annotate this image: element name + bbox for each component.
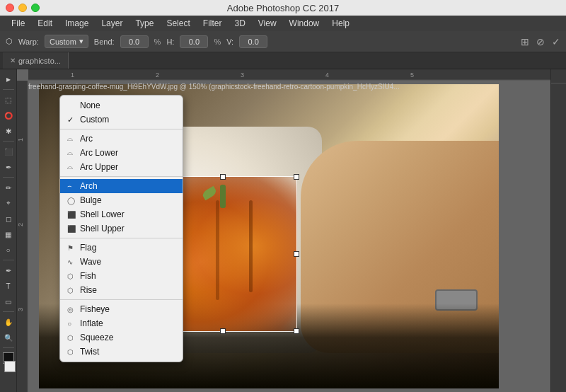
menu-help[interactable]: Help: [326, 17, 355, 30]
dropdown-item-arch[interactable]: ⌢ Arch: [60, 179, 183, 193]
tool-hand[interactable]: ✋: [1, 315, 16, 329]
titlebar: Adobe Photoshop CC 2017: [0, 0, 566, 16]
menu-filter[interactable]: Filter: [197, 17, 228, 30]
menu-window[interactable]: Window: [284, 17, 325, 30]
tool-shape[interactable]: ▭: [1, 294, 16, 309]
wave-icon: ∿: [67, 258, 73, 266]
h-input[interactable]: 0.0: [180, 35, 208, 48]
tabbar: ✕ graphicsto...: [0, 52, 566, 69]
dropdown-item-arc-lower[interactable]: ⌓ Arc Lower: [60, 146, 183, 160]
tool-eyedropper[interactable]: ✒: [1, 160, 16, 174]
dropdown-item-wave[interactable]: ∿ Wave: [60, 255, 183, 269]
toolbar-separator-5: [3, 311, 14, 312]
dropdown-item-bulge[interactable]: ◯ Bulge: [60, 193, 183, 207]
warp-value: Custom: [50, 38, 76, 46]
panel-collapse[interactable]: [551, 69, 566, 83]
tool-text[interactable]: T: [1, 279, 16, 293]
svg-text:2: 2: [156, 71, 159, 79]
tool-pen[interactable]: ✒: [1, 263, 16, 277]
dropdown-item-fisheye[interactable]: ◎ Fisheye: [60, 302, 183, 316]
tool-crop[interactable]: ⬛: [1, 144, 16, 158]
tool-brush[interactable]: ✏: [1, 180, 16, 195]
menu-select[interactable]: Select: [161, 17, 195, 30]
pumpkin-stem: [220, 185, 226, 208]
pumpkin-line-3: [249, 200, 253, 293]
dropdown-item-flag[interactable]: ⚑ Flag: [60, 241, 183, 255]
document-tab[interactable]: ✕ graphicsto...: [3, 52, 69, 69]
cancel-warp-icon[interactable]: ⊘: [536, 36, 545, 47]
handle-top-mid[interactable]: [220, 174, 226, 180]
dropdown-item-squeeze[interactable]: ⬡ Squeeze: [60, 330, 183, 345]
dropdown-arc-upper-label: Arc Upper: [80, 162, 118, 172]
dropdown-arch-label: Arch: [80, 181, 98, 191]
right-strip: [550, 69, 566, 392]
toolbar-separator-4: [3, 260, 14, 260]
menu-image[interactable]: Image: [59, 17, 94, 30]
checkmark-icon: ✓: [67, 115, 74, 125]
tool-clone[interactable]: ⌖: [1, 196, 16, 210]
dropdown-rise-label: Rise: [80, 285, 97, 295]
dropdown-item-shell-lower[interactable]: ⬛ Shell Lower: [60, 207, 183, 221]
v-input[interactable]: 0.0: [239, 35, 267, 48]
menu-layer[interactable]: Layer: [96, 17, 128, 30]
dropdown-fisheye-label: Fisheye: [80, 304, 110, 314]
dropdown-item-twist[interactable]: ⬡ Twist: [60, 345, 183, 359]
grid-icon[interactable]: ⊞: [521, 36, 529, 47]
toolbar-separator-3: [3, 177, 14, 178]
inflate-icon: ○: [67, 320, 71, 328]
document-info-bar: freehand-grasping-coffee-mug_Hi9EhYVdW.j…: [28, 81, 550, 91]
tool-marquee[interactable]: ⬚: [1, 93, 16, 107]
handle-bottom-right[interactable]: [294, 328, 299, 334]
dropdown-item-arc-upper[interactable]: ⌓ Arc Upper: [60, 160, 183, 174]
dropdown-none-label: None: [80, 100, 100, 110]
background-color[interactable]: [4, 361, 16, 372]
menu-file[interactable]: File: [6, 17, 30, 30]
bulge-icon: ◯: [67, 197, 75, 204]
tool-magic-wand[interactable]: ✱: [1, 124, 16, 138]
shell-lower-icon: ⬛: [67, 211, 76, 219]
left-toolbar: ▸ ⬚ ⭕ ✱ ⬛ ✒ ✏ ⌖ ◻ ▦ ○ ✒ T ▭ ✋ 🔍: [0, 69, 17, 392]
tool-move[interactable]: ▸: [1, 72, 16, 86]
dropdown-item-shell-upper[interactable]: ⬛ Shell Upper: [60, 221, 183, 236]
dropdown-item-none[interactable]: None: [60, 98, 183, 113]
maximize-button[interactable]: [31, 4, 40, 12]
tool-lasso[interactable]: ⭕: [1, 108, 16, 122]
dropdown-inflate-label: Inflate: [80, 318, 103, 328]
dropdown-fish-label: Fish: [80, 271, 96, 281]
svg-text:4: 4: [325, 71, 329, 79]
pumpkin-line-2: [216, 200, 219, 301]
tab-close-icon[interactable]: ✕: [10, 57, 16, 64]
toolbar-separator-6: [3, 347, 14, 348]
warp-dropdown[interactable]: Custom ▾: [45, 35, 88, 48]
arch-icon: ⌢: [67, 182, 72, 190]
squeeze-icon: ⬡: [67, 334, 74, 342]
tool-zoom[interactable]: 🔍: [1, 330, 16, 345]
dropdown-wave-label: Wave: [80, 257, 101, 267]
menu-type[interactable]: Type: [129, 17, 159, 30]
confirm-warp-icon[interactable]: ✓: [552, 36, 560, 47]
menu-edit[interactable]: Edit: [32, 17, 58, 30]
handle-top-right[interactable]: [294, 174, 299, 180]
minimize-button[interactable]: [18, 4, 27, 12]
tool-eraser[interactable]: ◻: [1, 212, 16, 226]
dropdown-item-rise[interactable]: ⬡ Rise: [60, 283, 183, 297]
handle-bottom-mid[interactable]: [220, 328, 226, 334]
arc-upper-icon: ⌓: [67, 163, 73, 171]
dropdown-separator-3: [60, 238, 183, 238]
twist-icon: ⬡: [67, 348, 74, 356]
tool-gradient[interactable]: ▦: [1, 227, 16, 241]
warp-icon: ⬡: [6, 37, 13, 46]
dropdown-item-inflate[interactable]: ○ Inflate: [60, 316, 183, 330]
document-title: freehand-grasping-coffee-mug_Hi9EhYVdW.j…: [28, 83, 400, 91]
bend-input[interactable]: 0.0: [120, 35, 149, 48]
handle-mid-right[interactable]: [294, 251, 299, 257]
menu-3d[interactable]: 3D: [229, 17, 250, 30]
menu-view[interactable]: View: [253, 17, 282, 30]
dropdown-item-arc[interactable]: ⌓ Arc: [60, 132, 183, 146]
dropdown-item-custom[interactable]: ✓ Custom: [60, 113, 183, 127]
dropdown-item-fish[interactable]: ⬡ Fish: [60, 269, 183, 283]
tool-dodge[interactable]: ○: [1, 243, 16, 257]
close-button[interactable]: [6, 4, 14, 12]
dropdown-shell-upper-label: Shell Upper: [80, 224, 125, 234]
ruler-top: 1 2 3 4 5: [28, 69, 550, 81]
